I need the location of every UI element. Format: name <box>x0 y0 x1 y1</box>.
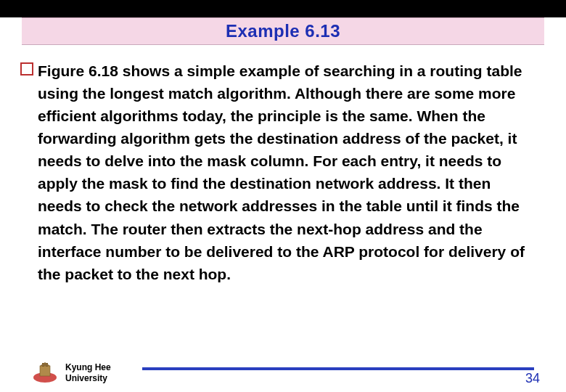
university-line1: Kyung Hee <box>65 362 111 372</box>
page-number: 34 <box>525 371 540 386</box>
svg-rect-1 <box>40 366 50 376</box>
footer-divider-line <box>142 367 534 370</box>
top-dark-bar <box>0 0 566 17</box>
paragraph-text: Figure 6.18 shows a simple example of se… <box>38 60 534 285</box>
square-bullet-icon <box>20 62 33 75</box>
university-name: Kyung Hee University <box>65 362 111 383</box>
title-band: Example 6.13 <box>22 17 544 45</box>
footer: Kyung Hee University 34 <box>0 356 566 386</box>
university-line2: University <box>65 373 111 383</box>
slide-title: Example 6.13 <box>226 21 340 41</box>
content-area: Figure 6.18 shows a simple example of se… <box>0 45 566 285</box>
university-logo-icon <box>30 362 60 383</box>
bullet-paragraph: Figure 6.18 shows a simple example of se… <box>39 60 534 285</box>
